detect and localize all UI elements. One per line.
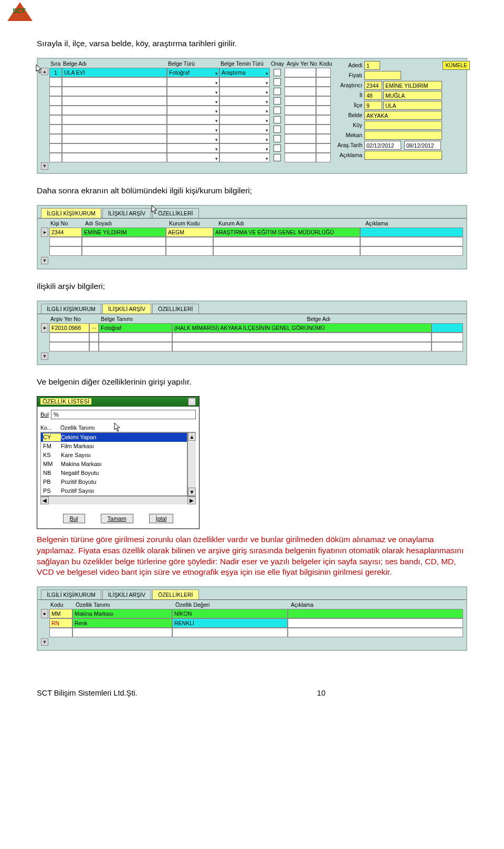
inp-mekan[interactable] xyxy=(364,131,442,140)
inp-bul[interactable]: % xyxy=(51,410,196,419)
grid-cell[interactable] xyxy=(316,115,331,125)
grid-cell[interactable] xyxy=(219,143,270,153)
grid-cell[interactable] xyxy=(285,125,316,134)
inp-belde[interactable]: AKYAKA xyxy=(364,111,442,120)
empty-cell[interactable] xyxy=(213,237,360,246)
row-marker[interactable]: ▸ xyxy=(41,609,48,618)
grid-cell[interactable] xyxy=(219,77,270,87)
inp-adedi[interactable]: 1 xyxy=(364,61,380,70)
btn-iptal[interactable]: İptal xyxy=(149,514,174,523)
grid-cell[interactable] xyxy=(167,143,219,153)
cell-adi-soyadi[interactable]: EMİNE YILDIRIM xyxy=(82,227,166,237)
checkbox[interactable] xyxy=(274,107,281,114)
tab-ilgili-kisi-kurum[interactable]: İLGİLİ KİŞİ/KURUM xyxy=(41,208,101,218)
inp-tarih1[interactable]: 02/12/2012 xyxy=(364,141,401,150)
tab-ozellikleri[interactable]: ÖZELLİKLERİ xyxy=(152,589,199,599)
grid-cell[interactable] xyxy=(219,106,270,115)
inp-il-kod[interactable]: 48 xyxy=(364,91,382,100)
grid-cell[interactable] xyxy=(167,134,219,143)
grid-cell[interactable] xyxy=(219,87,270,96)
scroll-left-icon[interactable]: ◀ xyxy=(40,496,49,504)
cell-extra[interactable] xyxy=(432,323,463,333)
inp-ilce-kod[interactable]: 9 xyxy=(364,101,382,110)
grid-cell[interactable] xyxy=(62,115,167,125)
checkbox[interactable] xyxy=(274,78,281,86)
grid-cell[interactable] xyxy=(285,96,316,106)
grid-cell[interactable] xyxy=(62,87,167,96)
grid-cell[interactable] xyxy=(316,96,331,106)
grid-cell[interactable] xyxy=(316,153,331,162)
grid-cell[interactable] xyxy=(219,96,270,106)
scroll-down-icon[interactable]: ▼ xyxy=(41,162,48,170)
grid-cell[interactable] xyxy=(285,153,316,162)
grid-cell[interactable] xyxy=(285,115,316,125)
cell-kodu[interactable]: RN xyxy=(49,618,72,628)
grid-cell[interactable] xyxy=(285,77,316,87)
empty-cell[interactable] xyxy=(99,342,172,351)
grid-cell[interactable] xyxy=(62,106,167,115)
listbox-list[interactable]: CYÇekimi YapanFMFilm MarkasıKSKare Sayıs… xyxy=(40,432,187,496)
checkbox[interactable] xyxy=(274,126,281,133)
grid-cell[interactable] xyxy=(167,125,219,134)
cell-aciklama[interactable] xyxy=(288,609,463,618)
tab-ilgili-kisi-kurum[interactable]: İLGİLİ KİŞİ/KURUM xyxy=(41,304,101,314)
grid-cell[interactable]: ULA EVİ xyxy=(62,68,167,77)
grid-cell[interactable] xyxy=(167,153,219,162)
grid-cell[interactable] xyxy=(62,125,167,134)
grid-cell[interactable]: Fotoğraf xyxy=(167,68,219,77)
tab-iliskili-arsiv[interactable]: İLİŞKİLİ ARŞİV xyxy=(102,208,151,218)
close-icon[interactable]: ✕ xyxy=(188,398,196,406)
grid-cell[interactable] xyxy=(167,87,219,96)
tab-ozellikleri[interactable]: ÖZELLİKLERİ xyxy=(152,304,199,314)
list-item[interactable]: CYÇekimi Yapan xyxy=(41,433,187,442)
grid-cell[interactable] xyxy=(49,77,62,87)
checkbox[interactable] xyxy=(274,97,281,105)
grid-cell[interactable] xyxy=(62,96,167,106)
inp-aciklama[interactable] xyxy=(364,151,442,160)
grid-cell[interactable] xyxy=(167,77,219,87)
row-marker[interactable]: ▸ xyxy=(41,227,48,237)
btn-bul[interactable]: Bul xyxy=(63,514,85,523)
cell-ozellik-degeri[interactable]: RENKLİ xyxy=(172,618,288,628)
btn-dots[interactable]: ··· xyxy=(89,323,99,333)
grid-cell[interactable] xyxy=(62,77,167,87)
inp-fiyati[interactable] xyxy=(364,71,401,80)
cell-aciklama[interactable] xyxy=(288,618,463,628)
grid-cell[interactable] xyxy=(285,134,316,143)
cell-kodu[interactable]: MM xyxy=(49,609,72,618)
list-item[interactable]: NBNegatif Boyutu xyxy=(41,469,187,478)
tab-iliskili-arsiv[interactable]: İLİŞKİLİ ARŞİV xyxy=(102,304,151,314)
empty-cell[interactable] xyxy=(360,246,463,256)
list-item[interactable]: PBPozitif Boyutu xyxy=(41,478,187,486)
grid-cell[interactable] xyxy=(49,106,62,115)
scroll-down-icon[interactable]: ▼ xyxy=(41,638,48,646)
checkbox[interactable] xyxy=(274,69,281,76)
empty-cell[interactable] xyxy=(72,628,172,637)
grid-cell[interactable] xyxy=(219,115,270,125)
inp-arastirici-kod[interactable]: 2344 xyxy=(364,81,382,90)
cell-kurum-adi[interactable]: ARAŞTIRMA VE EĞİTİM GENEL MÜDÜRLÜĞÜ xyxy=(213,227,360,237)
checkbox[interactable] xyxy=(274,144,281,152)
cell-ozellik-degeri[interactable]: NİKON xyxy=(172,609,288,618)
cell-ozellik-tanimi[interactable]: Renk xyxy=(72,618,172,628)
inp-arastirici-ad[interactable]: EMİNE YILDIRIM xyxy=(383,81,442,90)
checkbox[interactable] xyxy=(274,135,281,142)
inp-tarih2[interactable]: 08/12/2012 xyxy=(404,141,441,150)
grid-cell[interactable] xyxy=(285,68,316,77)
cell-belge-tanimi[interactable]: Fotoğraf xyxy=(99,323,172,333)
scroll-down-icon[interactable]: ▼ xyxy=(41,257,48,264)
grid-cell[interactable] xyxy=(49,115,62,125)
grid-cell[interactable]: Araştırma xyxy=(219,68,270,77)
cell-kurum-kodu[interactable]: AEGM xyxy=(166,227,213,237)
grid-cell[interactable] xyxy=(285,143,316,153)
grid-cell[interactable] xyxy=(49,143,62,153)
cell-belge-adi[interactable]: (HALK MİMARİSİ) AKYAKA İLÇESİNİN GENEL G… xyxy=(172,323,432,333)
grid-cell[interactable] xyxy=(62,143,167,153)
grid-cell[interactable] xyxy=(316,77,331,87)
grid-cell[interactable] xyxy=(167,115,219,125)
scroll-up-icon[interactable]: ▲ xyxy=(188,432,196,441)
scroll-down-icon[interactable]: ▼ xyxy=(188,488,196,496)
empty-cell[interactable] xyxy=(49,342,89,351)
list-item[interactable]: PSPozitif Sayısı xyxy=(41,486,187,495)
grid-cell[interactable] xyxy=(49,153,62,162)
